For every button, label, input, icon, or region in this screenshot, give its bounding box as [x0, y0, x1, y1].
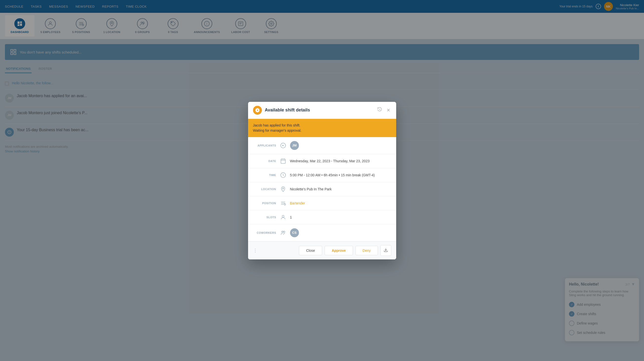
- warning-line1: Jacob has applied for this shift.: [253, 123, 391, 128]
- row-applicants: APPLICANTS JM: [248, 137, 396, 154]
- applicants-content: JM: [290, 141, 390, 150]
- modal-body: APPLICANTS JM DATE Wednesday, Mar 22, 20…: [248, 137, 396, 158]
- modal-close-icon[interactable]: ✕: [386, 106, 391, 114]
- modal-history-icon[interactable]: [376, 106, 383, 114]
- modal-header-icons: ✕: [376, 106, 391, 114]
- shift-details-modal: Available shift details ✕ Jacob has appl…: [248, 102, 396, 158]
- modal-overlay[interactable]: Available shift details ✕ Jacob has appl…: [0, 0, 644, 158]
- row-date: DATE Wednesday, Mar 22, 2023 - Thursday,…: [248, 154, 396, 158]
- modal-logo-icon: [253, 106, 262, 115]
- warning-banner: Jacob has applied for this shift. Waitin…: [248, 119, 396, 137]
- date-icon: [280, 158, 286, 158]
- modal-header: Available shift details ✕: [248, 102, 396, 119]
- applicant-badge-jm: JM: [290, 141, 299, 150]
- warning-line2: Waiting for manager's approval.: [253, 128, 391, 133]
- modal-title: Available shift details: [265, 107, 373, 113]
- applicants-icon: [280, 142, 286, 148]
- applicants-label: APPLICANTS: [254, 144, 276, 147]
